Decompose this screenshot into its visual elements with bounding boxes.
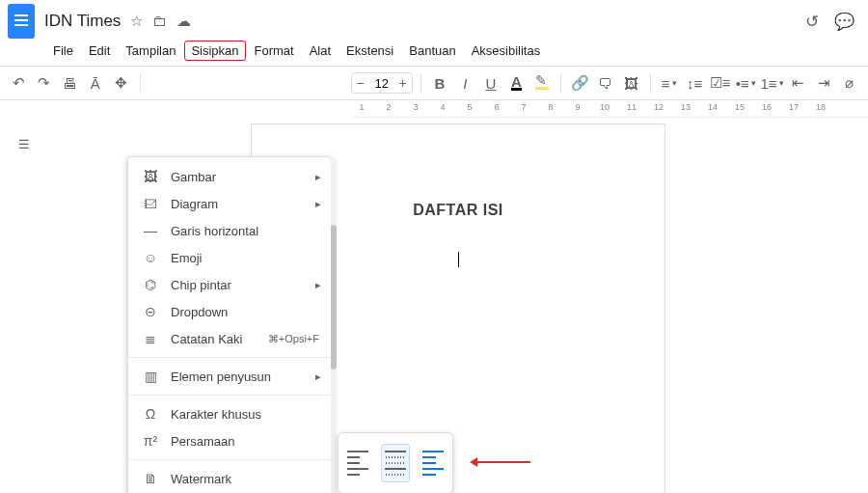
dd-elemen[interactable]: ▥ Elemen penyusun ▸: [128, 363, 331, 390]
dd-catatan[interactable]: ≣ Catatan Kaki ⌘+Opsi+F: [128, 325, 331, 352]
document-title[interactable]: IDN Times: [44, 12, 121, 31]
history-icon[interactable]: ↺: [805, 12, 819, 32]
dd-chip[interactable]: ⌬ Chip pintar ▸: [128, 271, 331, 298]
toc-option-links[interactable]: [419, 444, 448, 482]
menu-tools[interactable]: Alat: [303, 41, 338, 61]
insert-image-icon[interactable]: 🖼: [620, 71, 642, 95]
move-icon[interactable]: 🗀: [152, 13, 167, 30]
line-spacing-icon[interactable]: ↕≡: [684, 71, 706, 95]
text-caret: [310, 252, 607, 269]
dd-diagram[interactable]: 🗠 Diagram ▸: [128, 190, 331, 217]
font-size-control[interactable]: − +: [351, 72, 413, 94]
redo-icon[interactable]: ↷: [34, 71, 56, 95]
increase-indent-icon[interactable]: ⇥: [813, 71, 835, 95]
menu-extensions[interactable]: Ekstensi: [339, 41, 400, 61]
underline-icon[interactable]: U: [480, 71, 502, 95]
emoji-icon: ☺: [142, 250, 159, 265]
dd-khusus[interactable]: Ω Karakter khusus: [128, 400, 331, 427]
numbered-list-icon[interactable]: 1≡▾: [761, 71, 784, 95]
bulleted-list-icon[interactable]: •≡▾: [735, 71, 757, 95]
toc-option-dotted[interactable]: [381, 444, 410, 482]
annotation-arrow: [473, 461, 530, 463]
footnote-icon: ≣: [142, 331, 159, 346]
bold-icon[interactable]: B: [429, 71, 451, 95]
paint-format-icon[interactable]: ✥: [110, 71, 132, 95]
dd-dropdown[interactable]: ⊝ Dropdown: [128, 298, 331, 325]
chip-icon: ⌬: [142, 277, 159, 292]
image-icon: 🖼: [142, 169, 159, 184]
menu-bar: File Edit Tampilan Sisipkan Format Alat …: [0, 39, 868, 66]
dd-watermark[interactable]: 🗎 Watermark: [128, 465, 331, 492]
submenu-arrow-icon: ▸: [315, 370, 321, 383]
decrease-indent-icon[interactable]: ⇤: [788, 71, 810, 95]
docs-logo-icon[interactable]: [8, 4, 35, 39]
chart-icon: 🗠: [142, 196, 159, 211]
submenu-arrow-icon: ▸: [315, 171, 321, 183]
equation-icon: π²: [142, 433, 159, 449]
menu-edit[interactable]: Edit: [82, 41, 117, 61]
font-size-minus[interactable]: −: [352, 75, 369, 91]
text-color-icon[interactable]: A: [505, 71, 528, 95]
align-icon[interactable]: ≡▾: [659, 71, 681, 95]
dd-persamaan[interactable]: π² Persamaan: [128, 427, 331, 454]
toc-style-flyout: [338, 432, 453, 493]
insert-dropdown: 🖼 Gambar ▸ 🗠 Diagram ▸ ― Garis horizonta…: [127, 156, 332, 493]
menu-format[interactable]: Format: [248, 41, 301, 61]
special-char-icon: Ω: [142, 406, 159, 422]
italic-icon[interactable]: I: [454, 71, 476, 95]
checklist-icon[interactable]: ☑≡: [710, 71, 732, 95]
add-comment-icon[interactable]: 🗨: [595, 71, 617, 95]
submenu-arrow-icon: ▸: [315, 198, 321, 210]
menu-file[interactable]: File: [46, 41, 80, 61]
font-size-input[interactable]: [369, 76, 394, 91]
ruler[interactable]: 1 2 3 4 5 6 7 8 9 10 11 12 13 14 15 16 1…: [352, 100, 868, 118]
cloud-status-icon: ☁: [176, 13, 191, 30]
dd-emoji[interactable]: ☺ Emoji: [128, 244, 331, 271]
star-icon[interactable]: ☆: [130, 13, 143, 30]
page-heading: DAFTAR ISI: [310, 202, 607, 219]
spellcheck-icon[interactable]: Ā: [85, 71, 107, 95]
outline-toggle-icon[interactable]: ☰: [12, 131, 37, 156]
watermark-icon: 🗎: [142, 471, 159, 486]
clear-format-icon[interactable]: ⌀: [839, 71, 861, 95]
highlight-icon[interactable]: [531, 71, 554, 95]
dropdown-scrollbar[interactable]: [331, 225, 337, 370]
dd-gambar[interactable]: 🖼 Gambar ▸: [128, 163, 331, 190]
blocks-icon: ▥: [142, 369, 159, 384]
hr-icon: ―: [142, 223, 159, 238]
menu-help[interactable]: Bantuan: [402, 41, 462, 61]
toc-option-plain[interactable]: [343, 444, 372, 482]
toolbar: ↶ ↷ 🖶 Ā ✥ − + B I U A 🔗 🗨 🖼 ≡▾ ↕≡ ☑≡ •≡▾…: [0, 66, 868, 100]
dropdown-icon: ⊝: [142, 304, 159, 319]
menu-accessibility[interactable]: Aksesibilitas: [465, 41, 548, 61]
link-icon[interactable]: 🔗: [569, 71, 591, 95]
submenu-arrow-icon: ▸: [315, 279, 321, 291]
menu-insert[interactable]: Sisipkan: [184, 41, 245, 61]
dd-garis[interactable]: ― Garis horizontal: [128, 217, 331, 244]
print-icon[interactable]: 🖶: [59, 71, 81, 95]
font-size-plus[interactable]: +: [394, 75, 412, 91]
undo-icon[interactable]: ↶: [8, 71, 30, 95]
comments-icon[interactable]: 💬: [834, 12, 854, 32]
menu-view[interactable]: Tampilan: [119, 41, 182, 61]
